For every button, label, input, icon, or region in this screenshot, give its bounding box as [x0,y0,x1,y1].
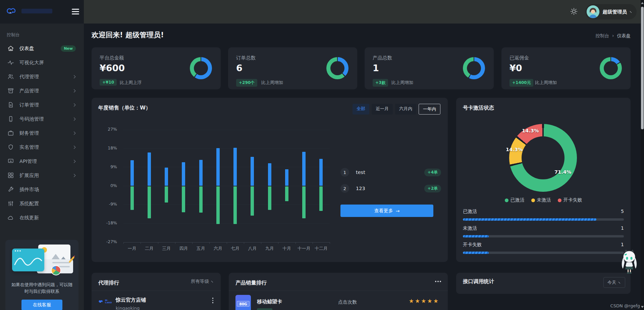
stat-label: 平台总金额 [100,55,124,61]
app-logo[interactable] [6,7,52,15]
x-axis-label: 六月 [209,246,226,252]
star-rating: ★★★★★ [409,298,438,304]
sidebar-item-dashboard[interactable]: 仪表盘 New [4,42,80,54]
y-tick-label: -18% [96,220,117,225]
legend-item[interactable]: 开卡失败 [558,197,582,203]
support-text: 如果在使用中遇到问题，可以随时与我们取得联系 [9,281,74,295]
sidebar-item-system-config[interactable]: 系统配置 [4,197,80,210]
more-menu-icon[interactable] [435,281,441,282]
scrollbar-up-arrow[interactable] [641,2,644,4]
sidebar-item-bigscreen[interactable]: 可视化大屏 [4,56,80,69]
hamburger-menu-icon[interactable] [72,9,79,15]
sidebar-item-realname[interactable]: 实名管理 [4,141,80,153]
stat-badge: +290个 [236,79,257,87]
chevron-right-icon [72,160,76,163]
view-more-button[interactable]: 查看更多 → [340,205,433,217]
user-menu[interactable]: 超级管理员 [585,4,637,19]
x-tick [141,242,141,244]
gridline [123,148,330,148]
bar-segment-positive [268,163,271,186]
sidebar-item-label: 财务管理 [19,130,39,136]
chevron-down-icon [630,9,633,13]
y-tick-label: 0% [96,183,117,188]
sidebar-item-plugin-market[interactable]: 插件市场 [4,183,80,195]
agent-logo-text: W-CARD [105,299,114,304]
page-title: 欢迎回来! 超级管理员! [92,30,164,40]
sidebar-item-online-update[interactable]: 在线更新 [4,212,80,224]
stat-card-total-products: 产品总数 1 +3款 比上周增加 [365,47,494,89]
ranking-row: 1 test +4单 [340,166,441,178]
progress-bar [463,218,624,221]
kebab-menu-icon[interactable] [212,298,214,303]
stat-badge: +1400元 [509,79,533,87]
tab-one-year[interactable]: 一年内 [419,104,440,115]
tab-last-month[interactable]: 近一月 [372,104,393,115]
chevron-right-icon [72,174,76,177]
gridline [123,167,330,167]
y-tick-label: -9% [96,202,117,207]
card-title: 产品销量排行 [235,279,267,286]
sidebar-item-api[interactable]: API管理 [4,155,80,167]
x-axis-label: 一月 [123,246,141,252]
sliders-icon [7,200,14,207]
agent-logo: W-CARD [98,296,114,306]
star-icon: ★ [421,298,426,304]
day-filter-dropdown[interactable]: 今天 [603,277,625,288]
legend-dot [505,198,508,202]
cloud-icon [7,214,14,221]
x-tick [278,242,278,244]
chevron-right-icon [72,131,76,135]
wrench-icon [7,186,14,193]
x-axis-label: 十一月 [296,246,313,252]
scrollbar-down-arrow[interactable] [641,306,644,308]
card-title: 年度销售（单位：W） [98,104,151,112]
legend-item[interactable]: 未激活 [531,197,551,203]
rank-name: test [356,170,365,175]
progress-value: 1 [621,225,624,231]
stat-badge: +¥10 [100,79,117,86]
donut-chart [509,124,577,192]
breadcrumb-item-current: 仪表盘 [617,33,631,39]
sidebar-item-label: 插件市场 [19,186,39,193]
sidebar-item-products[interactable]: 产品管理 [4,85,80,97]
tab-six-months[interactable]: 六月内 [395,104,416,115]
agent-subtitle: kingaoking [116,306,140,310]
scrollbar-thumb[interactable] [641,7,644,129]
sidebar-item-finance[interactable]: 财务管理 [4,127,80,139]
stat-label: 已返佣金 [509,55,529,61]
x-tick [330,242,330,244]
level-filter-dropdown[interactable]: 所有等级 [191,278,214,284]
sidebar-item-agents[interactable]: 代理管理 [4,71,80,83]
arrow-right-icon: → [396,208,400,214]
stat-value: ¥0 [509,63,522,73]
mini-donut-chart [326,57,348,79]
x-tick [175,242,175,244]
card-title: 代理排行 [98,279,119,286]
scrollbar [641,0,644,310]
bar-segment-negative [130,186,134,210]
bar-chart: 一月二月三月四月五月六月七月八月九月十月十一月十二月 [123,130,330,242]
sidebar-item-extensions[interactable]: 扩展应用 [4,169,80,181]
progress-label: 开卡失败 [463,242,482,248]
online-service-button[interactable]: 在线客服 [21,300,62,310]
tab-all[interactable]: 全部 [353,104,369,115]
x-tick [192,242,193,244]
rank-number: 1 [340,168,349,177]
theme-toggle-sun-icon[interactable] [570,7,579,16]
sidebar-item-orders[interactable]: 订单管理 [4,99,80,111]
sidebar-item-number-pool[interactable]: 号码池管理 [4,113,80,125]
support-card: 如果在使用中遇到问题，可以随时与我们取得联系 在线客服 [5,240,78,310]
bar-segment-negative [302,186,306,219]
chevron-down-icon [211,279,215,282]
support-illustration [11,245,73,277]
legend-item[interactable]: 已激活 [505,197,525,203]
breadcrumb-item[interactable]: 控制台 [596,33,609,39]
stat-value: ¥600 [100,63,125,73]
briefcase-icon [7,130,14,136]
bar-segment-positive [182,162,185,186]
sidebar-item-label: 订单管理 [19,102,39,108]
dashboard-page: 超级管理员 控制台 仪表盘 New 可视化大屏 [0,0,644,310]
star-icon: ★ [415,298,420,304]
bar-segment-negative [285,186,288,201]
gridline [123,223,330,224]
